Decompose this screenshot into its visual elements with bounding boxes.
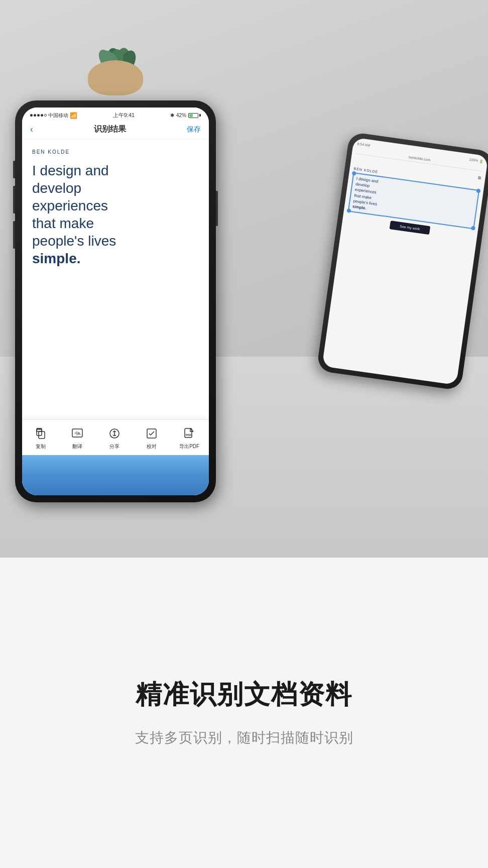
wifi-icon: 📶 <box>70 112 77 119</box>
signal-dot-4 <box>41 114 43 117</box>
text-line-4: that make <box>32 215 94 231</box>
proofread-tool[interactable]: 校对 <box>143 426 161 450</box>
toolbar: 复制 中 A 翻译 <box>22 419 209 455</box>
text-selection-box: I design anddevelopexperiencesthat makep… <box>348 172 480 230</box>
text-line-1: I design and <box>32 163 109 178</box>
bottom-subtitle: 支持多页识别，随时扫描随时识别 <box>135 727 353 748</box>
text-line-2: develop <box>32 180 81 196</box>
brand-name: BEN KOLDE <box>32 149 199 155</box>
plant-decoration <box>70 15 161 95</box>
signal-dot-2 <box>34 114 36 117</box>
battery-percent: 42% <box>176 113 186 118</box>
translate-label: 翻译 <box>72 443 82 450</box>
export-pdf-label: 导出PDF <box>179 443 199 450</box>
copy-label: 复制 <box>36 443 46 450</box>
status-bar: 中国移动 📶 上午9:41 ✱ 42% <box>22 107 209 121</box>
copy-tool[interactable]: 复制 <box>32 426 50 450</box>
signal-dot-3 <box>37 114 40 117</box>
power-button <box>216 191 218 226</box>
translate-tool[interactable]: 中 A 翻译 <box>68 426 86 450</box>
bottom-title: 精准识别文档资料 <box>136 677 352 712</box>
save-button[interactable]: 保存 <box>187 125 201 134</box>
back-button[interactable]: ‹ <box>30 124 33 135</box>
main-phone: 中国移动 📶 上午9:41 ✱ 42% <box>15 100 216 502</box>
text-bold: simple. <box>32 251 80 266</box>
share-icon <box>105 426 124 441</box>
translate-icon: 中 A <box>68 426 86 441</box>
battery-icon <box>188 113 201 118</box>
second-phone: 8:54 AM 100% 🔋 benkolde.com ≡ BEN KOLDE … <box>316 132 488 391</box>
svg-text:A: A <box>78 431 81 436</box>
mute-switch <box>13 161 15 178</box>
proofread-icon <box>143 426 161 441</box>
signal-dot-1 <box>30 114 33 117</box>
photo-section: 8:54 AM 100% 🔋 benkolde.com ≡ BEN KOLDE … <box>0 0 488 558</box>
page-title: 识别结果 <box>94 124 126 135</box>
see-work-button[interactable]: See my work <box>390 221 431 235</box>
export-pdf-tool[interactable]: PDF 导出PDF <box>179 426 199 450</box>
gradient-strip <box>22 455 209 495</box>
navigation-bar: ‹ 识别结果 保存 <box>22 121 209 139</box>
share-label: 分享 <box>109 443 119 450</box>
svg-text:PDF: PDF <box>186 433 192 437</box>
export-pdf-icon: PDF <box>180 426 198 441</box>
share-tool[interactable]: 分享 <box>105 426 124 450</box>
signal-dot-5 <box>44 114 47 117</box>
content-area: BEN KOLDE I design and develop experienc… <box>22 139 209 419</box>
selected-text-bold: simple. <box>352 204 367 210</box>
bottom-section: 精准识别文档资料 支持多页识别，随时扫描随时识别 <box>0 558 488 868</box>
proofread-label: 校对 <box>147 443 157 450</box>
text-line-5: people's lives <box>32 233 116 249</box>
main-text: I design and develop experiences that ma… <box>32 162 199 267</box>
text-line-3: experiences <box>32 198 108 213</box>
bluetooth-icon: ✱ <box>170 113 174 118</box>
copy-icon <box>32 426 50 441</box>
volume-up-button <box>13 186 15 213</box>
volume-down-button <box>13 221 15 249</box>
status-time: 上午9:41 <box>113 112 135 119</box>
carrier-name: 中国移动 <box>48 112 68 119</box>
